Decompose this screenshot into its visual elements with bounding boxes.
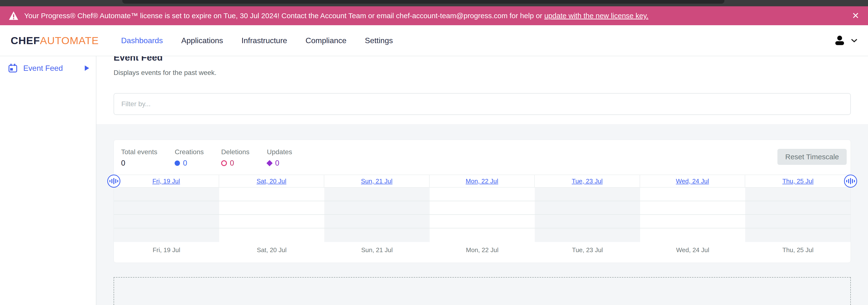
event-grid	[114, 188, 850, 242]
warning-triangle-icon	[9, 11, 19, 20]
stat-label: Deletions	[221, 148, 249, 156]
sidebar-item-event-feed[interactable]: Event Feed	[0, 61, 96, 75]
chef-automate-logo[interactable]: CHEFAUTOMATE	[11, 35, 99, 47]
grid-cell	[745, 228, 850, 242]
day-link-cell: Sun, 21 Jul	[324, 175, 430, 187]
day-link[interactable]: Fri, 19 Jul	[152, 177, 180, 185]
user-menu[interactable]	[834, 35, 857, 46]
grid-cell	[745, 188, 850, 201]
day-link[interactable]: Wed, 24 Jul	[676, 177, 709, 185]
nav-item-compliance[interactable]: Compliance	[306, 36, 347, 45]
grid-cell	[430, 215, 535, 228]
expand-arrow-icon	[85, 65, 89, 71]
day-link-cell: Sat, 20 Jul	[219, 175, 324, 187]
page-subtitle: Displays events for the past week.	[114, 70, 851, 76]
browser-tab-remnant	[122, 0, 724, 4]
license-banner: Your Progress® Chef® Automate™ license i…	[0, 6, 868, 25]
grid-cell	[114, 215, 219, 228]
day-label: Fri, 19 Jul	[114, 246, 219, 254]
stat-creations: Creations 0	[175, 148, 204, 168]
grid-cell	[324, 215, 430, 228]
grid-cell	[430, 201, 535, 215]
equalizer-icon	[846, 180, 847, 182]
sidebar: Event Feed	[0, 56, 96, 305]
grid-cell	[430, 188, 535, 201]
grid-cell	[535, 228, 640, 242]
timeline-day-links-row: Fri, 19 Jul Sat, 20 Jul Sun, 21 Jul Mon,…	[114, 174, 850, 188]
app-header: CHEFAUTOMATE Dashboards Applications Inf…	[0, 25, 868, 56]
day-link[interactable]: Tue, 23 Jul	[572, 177, 603, 185]
stat-label: Updates	[267, 148, 292, 156]
day-label: Sun, 21 Jul	[324, 246, 430, 254]
person-icon	[834, 35, 845, 46]
day-link[interactable]: Sun, 21 Jul	[361, 177, 392, 185]
sidebar-item-label: Event Feed	[23, 64, 63, 73]
grid-cell	[219, 228, 324, 242]
nav-item-settings[interactable]: Settings	[365, 36, 393, 45]
grid-cell	[535, 215, 640, 228]
event-summary-card: Total events 0 Creations 0 Deletions 0 U…	[114, 140, 851, 263]
grid-cell	[219, 188, 324, 201]
filled-circle-icon	[175, 161, 180, 166]
timeline-day-labels-row: Fri, 19 Jul Sat, 20 Jul Sun, 21 Jul Mon,…	[114, 242, 850, 256]
update-license-link[interactable]: update with the new license key.	[544, 11, 648, 20]
stat-value: 0	[175, 159, 204, 168]
reset-timescale-button[interactable]: Reset Timescale	[777, 149, 847, 165]
grid-cell	[640, 201, 745, 215]
stat-number: 0	[183, 159, 187, 168]
stat-label: Total events	[121, 148, 157, 156]
empty-drop-zone	[114, 277, 851, 305]
day-link-cell: Thu, 25 Jul	[745, 175, 850, 187]
stat-updates: Updates 0	[267, 148, 292, 168]
day-link[interactable]: Thu, 25 Jul	[782, 177, 813, 185]
logo-chef-text: CHEF	[11, 35, 40, 46]
day-link-cell: Mon, 22 Jul	[430, 175, 535, 187]
event-timeline: Fri, 19 Jul Sat, 20 Jul Sun, 21 Jul Mon,…	[114, 174, 850, 256]
day-label: Thu, 25 Jul	[745, 246, 850, 254]
day-link-cell: Fri, 19 Jul	[114, 175, 219, 187]
page-heading-section: Event Feed Displays events for the past …	[96, 56, 868, 124]
timescale-handle-left[interactable]	[107, 174, 120, 188]
stat-total-events: Total events 0	[121, 148, 157, 168]
nav-item-dashboards[interactable]: Dashboards	[121, 36, 163, 45]
grid-cell	[324, 228, 430, 242]
day-link[interactable]: Mon, 22 Jul	[466, 177, 498, 185]
page-title: Event Feed	[114, 56, 851, 62]
stat-value: 0	[267, 159, 292, 168]
stat-number: 0	[121, 159, 125, 168]
stat-number: 0	[230, 159, 234, 168]
stat-value: 0	[121, 159, 157, 168]
license-banner-message: Your Progress® Chef® Automate™ license i…	[24, 11, 648, 20]
events-section: Total events 0 Creations 0 Deletions 0 U…	[96, 140, 868, 305]
main-nav: Dashboards Applications Infrastructure C…	[121, 36, 393, 45]
chevron-down-icon	[851, 38, 857, 43]
day-link[interactable]: Sat, 20 Jul	[256, 177, 286, 185]
day-link-cell: Wed, 24 Jul	[640, 175, 745, 187]
grid-cell	[430, 228, 535, 242]
page: Your Progress® Chef® Automate™ license i…	[0, 0, 868, 305]
main-content: Event Feed Displays events for the past …	[96, 56, 868, 305]
timescale-handle-right[interactable]	[844, 174, 857, 188]
grid-cell	[219, 215, 324, 228]
event-stats: Total events 0 Creations 0 Deletions 0 U…	[114, 140, 850, 168]
day-label: Tue, 23 Jul	[535, 246, 640, 254]
grid-cell	[219, 201, 324, 215]
logo-automate-text: AUTOMATE	[40, 35, 99, 46]
grid-cell	[535, 201, 640, 215]
grid-cell	[640, 188, 745, 201]
grid-cell	[114, 201, 219, 215]
close-icon[interactable]: ✕	[852, 11, 859, 20]
stat-label: Creations	[175, 148, 204, 156]
filter-input[interactable]	[114, 93, 851, 115]
grid-cell	[114, 228, 219, 242]
browser-chrome-bar	[0, 0, 868, 6]
day-label: Mon, 22 Jul	[430, 246, 535, 254]
nav-item-infrastructure[interactable]: Infrastructure	[242, 36, 287, 45]
nav-item-applications[interactable]: Applications	[181, 36, 223, 45]
equalizer-icon	[110, 180, 111, 182]
day-link-cell: Tue, 23 Jul	[535, 175, 640, 187]
grid-cell	[535, 188, 640, 201]
stat-number: 0	[275, 159, 279, 168]
grid-cell	[640, 228, 745, 242]
open-circle-icon	[221, 160, 227, 166]
